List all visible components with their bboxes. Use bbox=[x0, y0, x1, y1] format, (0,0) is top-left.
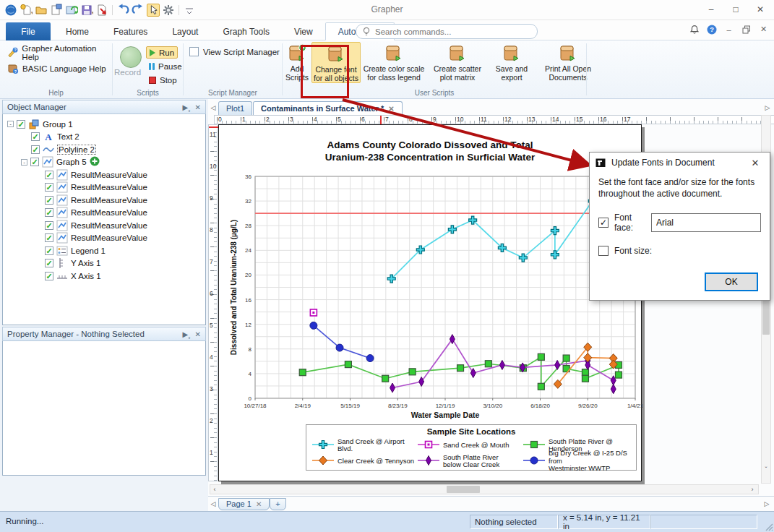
tab-file[interactable]: File bbox=[6, 22, 51, 40]
visibility-checkbox[interactable]: ✓ bbox=[45, 221, 53, 230]
tree-item-resultmeasurevalue[interactable]: ✓ResultMeasureValue bbox=[4, 181, 204, 194]
visibility-checkbox[interactable]: ✓ bbox=[45, 233, 53, 242]
scroll-right-icon[interactable]: › bbox=[749, 485, 756, 494]
expand-collapse-icon[interactable]: - bbox=[7, 121, 14, 127]
run-icon bbox=[150, 49, 155, 56]
view-script-manager-checkbox[interactable]: View Script Manager bbox=[189, 47, 280, 56]
tab-graph-tools[interactable]: Graph Tools bbox=[210, 22, 281, 40]
close-page-icon[interactable]: ✕ bbox=[256, 500, 262, 508]
visibility-checkbox[interactable]: ✓ bbox=[31, 145, 40, 154]
visibility-checkbox[interactable]: ✓ bbox=[45, 272, 53, 280]
window-maximize-button[interactable]: □ bbox=[723, 0, 748, 19]
font-size-label: Font size: bbox=[614, 246, 652, 256]
tree-item-group-1[interactable]: -✓Group 1 bbox=[4, 118, 204, 131]
user-script-label: Change font bbox=[315, 65, 356, 74]
visibility-checkbox[interactable]: ✓ bbox=[45, 171, 53, 179]
close-icon[interactable]: ✕ bbox=[195, 103, 201, 111]
visibility-checkbox[interactable]: ✓ bbox=[30, 158, 39, 166]
update-fonts-dialog: Update Fonts in Document ✕ Set the font … bbox=[589, 152, 770, 301]
tab-features[interactable]: Features bbox=[101, 22, 160, 40]
user-script-create-scatter-plot-matrix[interactable]: Create scatterplot matrix bbox=[427, 42, 488, 82]
close-tab-icon[interactable]: ✕ bbox=[388, 105, 394, 113]
horizontal-scrollbar[interactable] bbox=[210, 484, 759, 494]
pause-button[interactable]: Pause bbox=[146, 60, 185, 72]
user-script-create-color-scale-for-class-legend[interactable]: Create color scalefor class legend bbox=[361, 42, 427, 82]
scroll-left-icon[interactable]: ‹ bbox=[211, 485, 218, 494]
tree-item-label: ResultMeasureValue bbox=[71, 208, 147, 217]
stop-label: Stop bbox=[160, 76, 177, 85]
tree-item-text-2[interactable]: ✓AText 2 bbox=[4, 131, 204, 144]
font-size-checkbox[interactable] bbox=[598, 246, 609, 256]
ok-button[interactable]: OK bbox=[705, 273, 758, 291]
page-tab-scroll-icon[interactable]: ◁ bbox=[208, 499, 218, 509]
notifications-bell-icon[interactable] bbox=[688, 23, 700, 35]
visibility-checkbox[interactable]: ✓ bbox=[31, 132, 40, 141]
window-close-button[interactable]: ✕ bbox=[748, 0, 773, 19]
scroll-down-icon[interactable]: ˇ bbox=[761, 465, 771, 473]
tree-item-graph-5[interactable]: -✓Graph 5 bbox=[4, 156, 204, 169]
document-tab-plot1[interactable]: Plot1 bbox=[218, 101, 252, 115]
page-tab[interactable]: Page 1 ✕ bbox=[218, 498, 270, 510]
visibility-checkbox[interactable]: ✓ bbox=[45, 208, 53, 217]
add-circle-icon[interactable] bbox=[90, 156, 100, 168]
tab-layout[interactable]: Layout bbox=[160, 22, 210, 40]
tab-home[interactable]: Home bbox=[53, 22, 101, 40]
dialog-close-icon[interactable]: ✕ bbox=[747, 158, 764, 168]
tree-item-polyline-2[interactable]: ✓Polyline 2 bbox=[4, 143, 204, 156]
doc-tab-scroll-left-icon[interactable]: ◁ bbox=[210, 103, 217, 113]
close-document-icon[interactable]: ✕ bbox=[757, 23, 770, 35]
record-button[interactable] bbox=[120, 46, 142, 68]
tree-item-resultmeasurevalue[interactable]: ✓ResultMeasureValue bbox=[4, 232, 204, 245]
resize-grip-icon[interactable] bbox=[765, 523, 773, 531]
search-input[interactable] bbox=[375, 27, 520, 36]
user-script-save-and-export[interactable]: Save andexport bbox=[488, 42, 536, 82]
tree-item-y-axis-1[interactable]: ✓Y Axis 1 bbox=[4, 257, 204, 270]
vertical-scrollbar-thumb[interactable] bbox=[762, 300, 770, 335]
close-icon[interactable]: ✕ bbox=[195, 330, 201, 338]
plot-page[interactable]: Adams County Colorado Dissoved and Total… bbox=[218, 124, 642, 481]
visibility-checkbox[interactable]: ✓ bbox=[45, 259, 53, 267]
command-search[interactable] bbox=[356, 24, 538, 39]
tree-item-label: ResultMeasureValue bbox=[71, 221, 147, 230]
visibility-checkbox[interactable]: ✓ bbox=[45, 246, 53, 255]
tree-item-resultmeasurevalue[interactable]: ✓ResultMeasureValue bbox=[4, 194, 204, 207]
pause-label: Pause bbox=[158, 62, 182, 71]
stop-button[interactable]: Stop bbox=[146, 74, 180, 86]
basic-language-help-button[interactable]: ? BASIC Language Help bbox=[7, 61, 106, 76]
restore-document-icon[interactable] bbox=[740, 23, 752, 35]
window-minimize-button[interactable]: – bbox=[699, 0, 723, 19]
tree-item-legend-1[interactable]: ✓Legend 1 bbox=[4, 244, 204, 257]
help-icon[interactable]: ? bbox=[705, 23, 718, 35]
tab-view[interactable]: View bbox=[282, 22, 325, 40]
document-tab-active[interactable]: Contaminants in Surface Water *✕ bbox=[253, 101, 403, 115]
doc-tab-scroll-right-icon[interactable]: ▷ bbox=[764, 103, 771, 113]
tree-item-resultmeasurevalue[interactable]: ✓ResultMeasureValue bbox=[4, 219, 204, 232]
property-manager-header[interactable]: Property Manager - Nothing Selected ▶˳ ✕ bbox=[2, 327, 206, 341]
user-script-change-font-for-all-objects[interactable]: Change fontfor all objects bbox=[311, 42, 361, 83]
tree-item-resultmeasurevalue[interactable]: ✓ResultMeasureValue bbox=[4, 168, 204, 181]
visibility-checkbox[interactable]: ✓ bbox=[17, 120, 25, 129]
page-tab-bar: ◁ Page 1 ✕ + ▷ bbox=[208, 496, 774, 511]
pin-icon[interactable]: ▶˳ bbox=[183, 103, 191, 111]
font-face-input[interactable] bbox=[651, 213, 761, 232]
object-manager-header[interactable]: Object Manager ▶˳ ✕ bbox=[2, 100, 206, 114]
tree-item-x-axis-1[interactable]: ✓X Axis 1 bbox=[4, 270, 204, 283]
property-manager-title: Property Manager - Nothing Selected bbox=[7, 330, 145, 338]
horizontal-scrollbar-thumb[interactable] bbox=[447, 486, 480, 493]
visibility-checkbox[interactable]: ✓ bbox=[45, 196, 53, 205]
new-page-tab[interactable]: + bbox=[270, 498, 285, 510]
visibility-checkbox[interactable]: ✓ bbox=[45, 183, 53, 192]
minimize-ribbon-icon[interactable]: – bbox=[723, 23, 735, 35]
dialog-title-bar[interactable]: Update Fonts in Document ✕ bbox=[590, 153, 770, 173]
legend-entry: Sand Creek @ Airport Blvd. bbox=[311, 438, 416, 453]
font-face-checkbox[interactable]: ✓ bbox=[598, 218, 609, 228]
user-script-add-scripts[interactable]: AddScripts bbox=[283, 42, 311, 82]
pin-icon[interactable]: ▶˳ bbox=[183, 330, 191, 338]
expand-collapse-icon[interactable]: - bbox=[21, 159, 27, 166]
grapher-automation-help-button[interactable]: ? Grapher Automation Help bbox=[7, 46, 112, 60]
user-script-print-all-open-documents[interactable]: Print All OpenDocuments bbox=[536, 42, 601, 82]
tree-item-label: Polyline 2 bbox=[57, 145, 96, 155]
tree-item-resultmeasurevalue[interactable]: ✓ResultMeasureValue bbox=[4, 207, 204, 220]
run-button[interactable]: Run bbox=[146, 46, 178, 59]
page-tab-scroll-right-icon[interactable]: ▷ bbox=[762, 499, 771, 509]
